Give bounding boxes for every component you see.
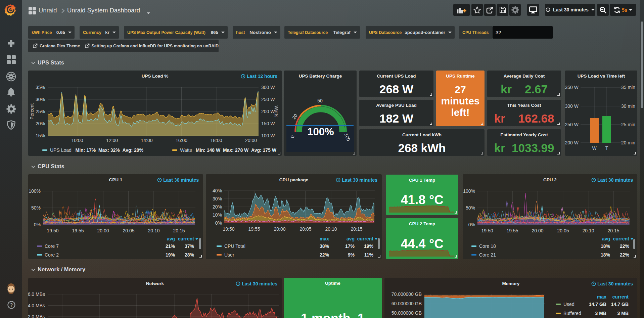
svg-text:20:10: 20:10 xyxy=(148,228,159,233)
svg-text:100%: 100% xyxy=(29,188,41,194)
svg-text:20:00: 20:00 xyxy=(274,226,285,232)
svg-text:40%: 40% xyxy=(213,188,222,193)
svg-text:T: T xyxy=(605,145,608,151)
svg-text:20:00: 20:00 xyxy=(245,138,257,143)
svg-text:20:05: 20:05 xyxy=(557,228,569,233)
svg-text:200 W: 200 W xyxy=(261,109,275,114)
svg-text:?: ? xyxy=(10,302,13,308)
svg-text:2.0 MBs: 2.0 MBs xyxy=(28,314,45,318)
svg-text:70.000000 GB: 70.000000 GB xyxy=(392,291,422,297)
svg-text:20 min: 20 min xyxy=(621,140,635,145)
svg-text:60.000000 GB: 60.000000 GB xyxy=(392,301,422,306)
svg-text:50%: 50% xyxy=(466,205,475,211)
svg-text:25%: 25% xyxy=(36,109,45,114)
svg-text:16:00: 16:00 xyxy=(176,138,187,143)
svg-text:20:15: 20:15 xyxy=(173,228,185,233)
svg-text:50%: 50% xyxy=(31,205,41,211)
svg-text:0%: 0% xyxy=(215,220,222,226)
svg-text:W: W xyxy=(592,145,597,151)
svg-text:0%: 0% xyxy=(34,222,41,227)
svg-text:35%: 35% xyxy=(36,85,45,90)
svg-text:19:55: 19:55 xyxy=(72,228,84,233)
svg-text:50: 50 xyxy=(317,98,323,103)
svg-text:18:00: 18:00 xyxy=(210,138,222,143)
svg-text:0%: 0% xyxy=(468,222,475,227)
svg-text:250 W: 250 W xyxy=(565,122,579,127)
svg-text:20:00: 20:00 xyxy=(532,228,543,233)
svg-text:20:10: 20:10 xyxy=(325,226,337,232)
svg-text:20%: 20% xyxy=(36,121,45,126)
svg-text:300 W: 300 W xyxy=(565,103,579,109)
svg-text:6.0 MBs: 6.0 MBs xyxy=(28,291,45,297)
svg-text:30 min: 30 min xyxy=(621,103,635,109)
svg-text:20:15: 20:15 xyxy=(351,226,362,232)
svg-text:100 W: 100 W xyxy=(261,133,275,138)
svg-text:Watts: Watts xyxy=(274,105,279,117)
svg-text:20:15: 20:15 xyxy=(607,228,619,233)
svg-text:25 min: 25 min xyxy=(621,122,635,127)
svg-text:19:50: 19:50 xyxy=(481,228,493,233)
svg-text:19:50: 19:50 xyxy=(223,226,234,232)
svg-text:4.0 MBs: 4.0 MBs xyxy=(28,303,45,308)
svg-text:300 W: 300 W xyxy=(261,85,275,90)
svg-text:20:10: 20:10 xyxy=(582,228,594,233)
svg-text:150 W: 150 W xyxy=(261,121,275,126)
svg-text:14:00: 14:00 xyxy=(141,138,152,143)
svg-text:350 W: 350 W xyxy=(565,85,579,90)
svg-text:50.000000 GB: 50.000000 GB xyxy=(392,310,422,316)
svg-text:10%: 10% xyxy=(213,212,222,218)
svg-text:19:50: 19:50 xyxy=(47,228,58,233)
svg-text:20:05: 20:05 xyxy=(123,228,134,233)
svg-text:20:05: 20:05 xyxy=(300,226,311,232)
svg-text:100%: 100% xyxy=(463,188,475,194)
svg-text:35 min: 35 min xyxy=(621,85,635,90)
svg-text:15%: 15% xyxy=(36,133,45,138)
svg-text:19:55: 19:55 xyxy=(248,226,260,232)
svg-text:Percent: Percent xyxy=(29,103,35,120)
svg-text:19:55: 19:55 xyxy=(506,228,518,233)
svg-text:20%: 20% xyxy=(213,204,222,210)
svg-text:30%: 30% xyxy=(36,97,45,102)
svg-text:10:00: 10:00 xyxy=(71,138,83,143)
svg-text:250 W: 250 W xyxy=(261,97,275,102)
svg-text:12:00: 12:00 xyxy=(106,138,118,143)
svg-text:100%: 100% xyxy=(307,126,334,138)
svg-text:20:00: 20:00 xyxy=(97,228,109,233)
svg-text:200 W: 200 W xyxy=(565,140,579,145)
svg-text:30%: 30% xyxy=(213,196,222,201)
